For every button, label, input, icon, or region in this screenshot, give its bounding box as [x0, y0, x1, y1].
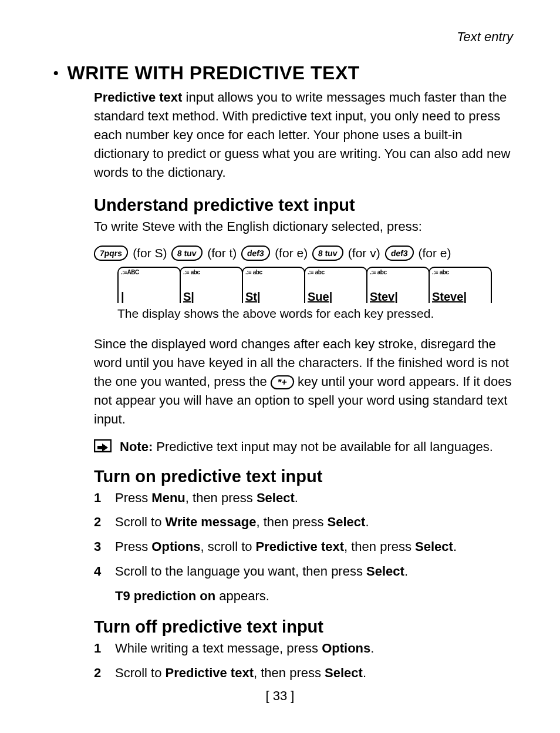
screen-5-top: .:≡ abc: [432, 269, 488, 275]
screen-1: .:≡ abc S|: [180, 267, 243, 303]
step-off-1: While writing a text message, press Opti…: [94, 639, 513, 658]
key-for-t: (for t): [207, 246, 237, 260]
key-for-v: (for v): [348, 246, 380, 260]
screen-3-word: Sue|: [308, 290, 364, 303]
screen-5-word: Steve|: [432, 290, 488, 303]
note-icon: [94, 439, 112, 455]
key-7pqrs-icon: 7pqrs: [93, 246, 129, 261]
screen-0-word: |: [121, 290, 177, 303]
note-text: Note: Predictive text input may not be a…: [120, 438, 493, 456]
key-for-e2: (for e): [418, 246, 451, 260]
screen-2: .:≡ abc St|: [242, 267, 305, 303]
key-for-e1: (for e): [275, 246, 308, 260]
turn-off-steps: While writing a text message, press Opti…: [94, 639, 513, 682]
key-sequence: 7pqrs (for S) 8 tuv (for t) def3 (for e)…: [94, 246, 513, 261]
step-on-4: Scroll to the language you want, then pr…: [94, 562, 513, 606]
running-header: Text entry: [47, 29, 513, 45]
screen-1-top: .:≡ abc: [183, 269, 239, 275]
intro-lead: Predictive text: [94, 90, 182, 105]
intro-paragraph: Predictive text input allows you to writ…: [94, 88, 513, 181]
heading-understand: Understand predictive text input: [94, 196, 513, 215]
bullet-icon: •: [53, 62, 59, 85]
screen-4: .:≡ abc Stev|: [366, 267, 430, 303]
turn-on-steps: Press Menu, then press Select. Scroll to…: [94, 489, 513, 606]
key-8tuv2-icon: 8 tuv: [312, 246, 344, 261]
understand-para2: Since the displayed word changes after e…: [94, 335, 513, 428]
key-def3b-icon: def3: [384, 246, 414, 261]
heading-turn-off: Turn off predictive text input: [94, 617, 513, 637]
page-number: [ 33 ]: [0, 688, 560, 704]
key-for-s: (for S): [133, 246, 167, 260]
screen-4-top: .:≡ abc: [370, 269, 426, 275]
key-8tuv-icon: 8 tuv: [171, 246, 203, 261]
screen-4-word: Stev|: [370, 290, 426, 303]
heading-1-row: • WRITE WITH PREDICTIVE TEXT: [53, 62, 513, 85]
heading-turn-on: Turn on predictive text input: [94, 467, 513, 486]
note-rest: Predictive text input may not be availab…: [153, 439, 493, 454]
screen-3: .:≡ abc Sue|: [304, 267, 367, 303]
step-off-2: Scroll to Predictive text, then press Se…: [94, 664, 513, 682]
step-on-3: Press Options, scroll to Predictive text…: [94, 537, 513, 556]
screen-5: .:≡ abc Steve|: [429, 267, 492, 303]
screen-2-word: St|: [245, 290, 302, 303]
heading-1: WRITE WITH PREDICTIVE TEXT: [68, 62, 360, 84]
step-on-1: Press Menu, then press Select.: [94, 489, 513, 507]
screen-0-top: .:≡ABC: [121, 269, 177, 275]
note-bold: Note:: [120, 439, 153, 454]
screen-3-top: .:≡ abc: [308, 269, 364, 275]
screen-1-word: S|: [183, 290, 239, 303]
screen-0: .:≡ABC |: [117, 267, 181, 303]
note-row: Note: Predictive text input may not be a…: [94, 438, 513, 456]
key-def3-icon: def3: [241, 246, 271, 261]
screen-2-top: .:≡ abc: [245, 269, 302, 275]
key-star-icon: *+: [270, 375, 295, 389]
screens-caption: The display shows the above words for ea…: [117, 307, 513, 321]
step-on-2: Scroll to Write message, then press Sele…: [94, 513, 513, 532]
phone-screens-row: .:≡ABC | .:≡ abc S| .:≡ abc St| .:≡ abc …: [117, 267, 513, 303]
understand-line1: To write Steve with the English dictiona…: [94, 217, 513, 236]
